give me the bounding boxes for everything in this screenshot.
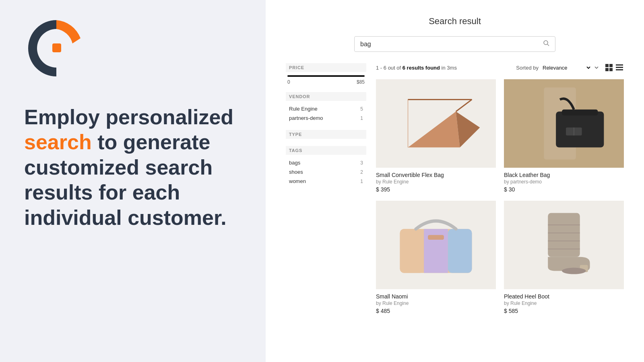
product-card-4[interactable]: Pleated Heel Boot by Rule Engine $ 585 bbox=[504, 201, 624, 314]
tagline-highlight: search bbox=[24, 130, 92, 154]
results-range: 1 - 6 bbox=[376, 65, 386, 71]
svg-marker-11 bbox=[456, 111, 480, 147]
svg-point-31 bbox=[562, 268, 586, 274]
type-filter-title: TYPE bbox=[286, 130, 366, 139]
product-illustration-4 bbox=[504, 201, 624, 289]
sort-select[interactable]: Relevance Price: Low to High Price: High… bbox=[541, 64, 592, 71]
tagline: Employ personalized search to generate c… bbox=[24, 105, 242, 230]
products-area: 1 - 6 out of 6 results found in 3ms Sort… bbox=[376, 63, 624, 314]
right-panel: Search result PRICE 0 $85 bbox=[266, 0, 644, 362]
product-vendor-1: by Rule Engine bbox=[376, 179, 496, 185]
svg-rect-6 bbox=[609, 68, 613, 71]
vendor-item-partners-demo[interactable]: partners-demo 1 bbox=[286, 113, 366, 123]
svg-line-12 bbox=[456, 99, 472, 111]
product-name-1: Small Convertible Flex Bag bbox=[376, 172, 496, 178]
tag-count: 3 bbox=[360, 160, 363, 166]
svg-rect-21 bbox=[400, 229, 424, 273]
sort-area: Sorted by Relevance Price: Low to High P… bbox=[516, 63, 624, 72]
results-time: in 3ms bbox=[442, 65, 457, 71]
svg-rect-25 bbox=[548, 213, 580, 257]
product-price-1: $ 395 bbox=[376, 186, 496, 193]
results-info: 1 - 6 out of 6 results found in 3ms bbox=[376, 65, 457, 71]
type-filter: TYPE bbox=[286, 130, 366, 139]
search-button[interactable] bbox=[543, 40, 549, 48]
tag-count: 1 bbox=[360, 179, 363, 184]
vendor-filter-title: VENDOR bbox=[286, 92, 366, 101]
svg-rect-3 bbox=[605, 64, 609, 67]
product-price-2: $ 30 bbox=[504, 186, 624, 193]
product-image-2 bbox=[504, 79, 624, 168]
svg-rect-9 bbox=[616, 69, 623, 70]
svg-rect-7 bbox=[616, 64, 623, 66]
product-illustration-3 bbox=[376, 201, 496, 289]
products-header: 1 - 6 out of 6 results found in 3ms Sort… bbox=[376, 63, 624, 72]
sort-label: Sorted by bbox=[516, 65, 539, 71]
tags-filter-title: TAGS bbox=[286, 146, 366, 155]
left-panel: Employ personalized search to generate c… bbox=[0, 0, 266, 362]
product-price-3: $ 485 bbox=[376, 308, 496, 314]
product-illustration-1 bbox=[376, 79, 496, 168]
tag-count: 2 bbox=[360, 169, 363, 175]
tag-item-shoes[interactable]: shoes 2 bbox=[286, 167, 366, 177]
tag-item-women[interactable]: women 1 bbox=[286, 177, 366, 186]
svg-marker-10 bbox=[408, 111, 460, 147]
results-total: 6 results found bbox=[402, 65, 440, 71]
price-filter-title: PRICE bbox=[286, 63, 366, 72]
price-min: 0 bbox=[287, 79, 290, 85]
svg-line-2 bbox=[547, 44, 549, 46]
price-range: 0 $85 bbox=[286, 75, 366, 85]
main-content: PRICE 0 $85 VENDOR Rule Engine 5 partn bbox=[286, 63, 624, 314]
search-bar bbox=[354, 36, 555, 52]
product-image-4 bbox=[504, 201, 624, 289]
product-name-2: Black Leather Bag bbox=[504, 172, 624, 178]
tagline-part1: Employ personalized bbox=[24, 105, 233, 129]
product-image-3 bbox=[376, 201, 496, 289]
page-title: Search result bbox=[286, 16, 624, 27]
tag-item-bags[interactable]: bags 3 bbox=[286, 158, 366, 167]
products-grid: Small Convertible Flex Bag by Rule Engin… bbox=[376, 79, 624, 314]
product-image-1 bbox=[376, 79, 496, 168]
price-filter: PRICE 0 $85 bbox=[286, 63, 366, 85]
product-card-3[interactable]: Small Naomi by Rule Engine $ 485 bbox=[376, 201, 496, 314]
vendor-count: 1 bbox=[360, 115, 363, 121]
vendor-name: partners-demo bbox=[289, 115, 323, 121]
tag-name: shoes bbox=[289, 169, 303, 175]
list-view-icon[interactable] bbox=[615, 63, 624, 72]
svg-rect-8 bbox=[616, 67, 623, 68]
search-icon bbox=[543, 40, 549, 46]
logo-icon bbox=[24, 16, 89, 80]
grid-view-icon[interactable] bbox=[605, 63, 613, 72]
logo-area bbox=[24, 16, 242, 80]
svg-point-1 bbox=[544, 41, 548, 45]
product-illustration-2 bbox=[504, 79, 624, 168]
product-vendor-2: by partners-demo bbox=[504, 179, 624, 185]
tag-name: bags bbox=[289, 160, 300, 166]
tag-name: women bbox=[289, 178, 306, 184]
product-vendor-3: by Rule Engine bbox=[376, 300, 496, 306]
product-name-4: Pleated Heel Boot bbox=[504, 293, 624, 300]
vendor-count: 5 bbox=[360, 106, 363, 112]
svg-rect-17 bbox=[562, 109, 598, 115]
chevron-down-icon bbox=[594, 65, 599, 70]
vendor-filter: VENDOR Rule Engine 5 partners-demo 1 bbox=[286, 92, 366, 123]
price-max: $85 bbox=[357, 79, 365, 85]
view-icons bbox=[605, 63, 624, 72]
product-vendor-4: by Rule Engine bbox=[504, 300, 624, 306]
svg-rect-0 bbox=[52, 43, 61, 52]
svg-rect-24 bbox=[428, 235, 444, 240]
product-price-4: $ 585 bbox=[504, 308, 624, 314]
search-bar-container bbox=[286, 36, 624, 52]
results-out-of: out of bbox=[388, 65, 402, 71]
filters-panel: PRICE 0 $85 VENDOR Rule Engine 5 partn bbox=[286, 63, 366, 314]
price-slider-track[interactable] bbox=[287, 75, 365, 77]
product-name-3: Small Naomi bbox=[376, 293, 496, 300]
tags-filter: TAGS bags 3 shoes 2 women 1 bbox=[286, 146, 366, 186]
product-card-1[interactable]: Small Convertible Flex Bag by Rule Engin… bbox=[376, 79, 496, 193]
search-input[interactable] bbox=[360, 41, 543, 48]
svg-rect-4 bbox=[609, 64, 613, 67]
price-labels: 0 $85 bbox=[287, 79, 365, 85]
svg-rect-5 bbox=[605, 68, 609, 71]
vendor-item-rule-engine[interactable]: Rule Engine 5 bbox=[286, 104, 366, 113]
product-card-2[interactable]: Black Leather Bag by partners-demo $ 30 bbox=[504, 79, 624, 193]
vendor-name: Rule Engine bbox=[289, 106, 318, 112]
